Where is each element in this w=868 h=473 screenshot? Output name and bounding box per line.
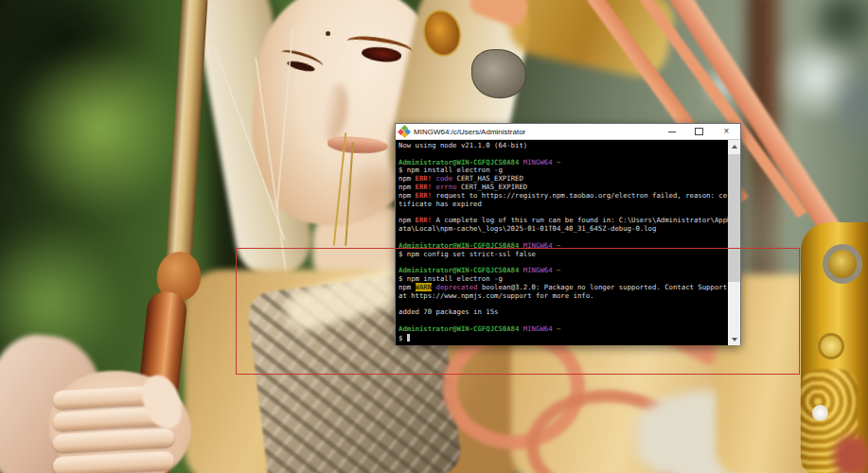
- terminal-text-segment: $ npm config set strict-ssl false: [399, 250, 536, 258]
- scroll-up-button[interactable]: [728, 140, 740, 152]
- terminal-text-segment: CERT_HAS_EXPIRED: [457, 183, 528, 191]
- msys2-app-icon: [399, 126, 410, 137]
- terminal-text-segment: Administrator@WIN-CGFQJCS0A84: [399, 324, 519, 333]
- maximize-icon: [695, 128, 703, 135]
- terminal-line: $: [399, 334, 727, 342]
- terminal-text-segment: Administrator@WIN-CGFQJCS0A84: [399, 158, 519, 166]
- terminal-text-segment: ~: [557, 241, 560, 250]
- terminal-text-segment: boolean@3.2.0: Package no longer support…: [478, 283, 728, 291]
- terminal-cursor: [407, 334, 411, 342]
- terminal-text-segment: ERR!: [416, 174, 433, 183]
- photo-silver-cuff: [471, 49, 526, 98]
- terminal-line: at https://www.npmjs.com/support for mor…: [399, 292, 727, 301]
- photo-forehead-dot: [326, 31, 330, 36]
- photo-red-ornament: [833, 435, 868, 473]
- terminal-line: Now using node v21.1.0 (64-bit): [399, 142, 727, 150]
- window-controls: ×: [658, 124, 740, 139]
- terminal-scrollbar[interactable]: [728, 140, 740, 345]
- terminal-text-segment: npm: [399, 191, 416, 200]
- terminal-text-segment: MINGW64: [523, 241, 553, 250]
- scroll-down-button[interactable]: [728, 333, 740, 345]
- terminal-text-segment: at https://www.npmjs.com/support for mor…: [399, 291, 593, 300]
- terminal-text-segment: deprecated: [436, 283, 478, 291]
- terminal-text-segment: ~: [557, 324, 560, 333]
- terminal-text-segment: WARN: [416, 283, 433, 291]
- terminal-text-segment: $: [399, 334, 407, 342]
- terminal-text-segment: ERR!: [416, 191, 433, 200]
- terminal-text-segment: Now using node v21.1.0 (64-bit): [399, 141, 527, 149]
- scrollbar-thumb[interactable]: [728, 154, 740, 282]
- terminal-text-segment: npm: [399, 216, 416, 224]
- minimize-icon: [668, 131, 676, 132]
- terminal-text-segment: $ npm install electron -g: [399, 274, 503, 283]
- terminal-line: ata\Local\npm-cache\_logs\2025-01-01T04_…: [399, 225, 727, 234]
- terminal-text-segment: MINGW64: [523, 324, 553, 333]
- terminal-line: added 70 packages in 15s: [399, 308, 727, 317]
- terminal-text-segment: Administrator@WIN-CGFQJCS0A84: [399, 241, 519, 250]
- window-titlebar[interactable]: MINGW64:/c/Users/Administrator ×: [396, 124, 740, 140]
- mintty-terminal-window: MINGW64:/c/Users/Administrator × Now usi…: [395, 123, 741, 345]
- chevron-up-icon: [732, 145, 737, 149]
- close-icon: ×: [724, 127, 730, 136]
- photo-staff-jewel: [823, 244, 862, 284]
- terminal-text-segment: MINGW64: [523, 266, 553, 274]
- photo-green-bokeh: [9, 38, 189, 218]
- close-button[interactable]: ×: [713, 124, 740, 139]
- terminal-console[interactable]: Now using node v21.1.0 (64-bit) Administ…: [396, 140, 740, 345]
- terminal-text-segment: CERT_HAS_EXPIRED: [452, 174, 523, 183]
- terminal-line: tificate has expired: [399, 201, 727, 209]
- terminal-text-segment: Administrator@WIN-CGFQJCS0A84: [399, 266, 519, 274]
- terminal-text-segment: ERR!: [416, 183, 433, 191]
- terminal-text-segment: tificate has expired: [399, 200, 482, 208]
- photo-crystal: [812, 405, 828, 421]
- terminal-text-segment: MINGW64: [523, 158, 553, 166]
- terminal-output: Now using node v21.1.0 (64-bit) Administ…: [399, 142, 727, 342]
- terminal-text-segment: request to https://registry.npm.taobao.o…: [432, 191, 731, 200]
- terminal-text-segment: A complete log of this run can be found …: [432, 216, 731, 224]
- desktop: MINGW64:/c/Users/Administrator × Now usi…: [0, 0, 868, 473]
- terminal-text-segment: $ npm install electron -g: [399, 166, 503, 174]
- terminal-text-segment: ~: [557, 158, 560, 166]
- terminal-text-segment: npm: [399, 283, 416, 291]
- chevron-down-icon: [732, 338, 737, 342]
- maximize-button[interactable]: [685, 124, 713, 139]
- terminal-line: $ npm config set strict-ssl false: [399, 251, 727, 259]
- terminal-text-segment: errno: [436, 183, 457, 191]
- terminal-line: Administrator@WIN-CGFQJCS0A84 MINGW64 ~: [399, 325, 727, 334]
- terminal-text-segment: added 70 packages in 15s: [399, 307, 498, 316]
- terminal-text-segment: ata\Local\npm-cache\_logs\2025-01-01T04_…: [399, 224, 656, 233]
- terminal-text-segment: npm: [399, 174, 416, 183]
- terminal-text-segment: ~: [557, 266, 560, 274]
- photo-staff-jewel: [818, 333, 844, 359]
- minimize-button[interactable]: [658, 124, 685, 139]
- terminal-text-segment: ERR!: [416, 216, 433, 224]
- terminal-text-segment: code: [436, 174, 453, 183]
- terminal-text-segment: npm: [399, 183, 416, 191]
- window-title: MINGW64:/c/Users/Administrator: [414, 128, 658, 136]
